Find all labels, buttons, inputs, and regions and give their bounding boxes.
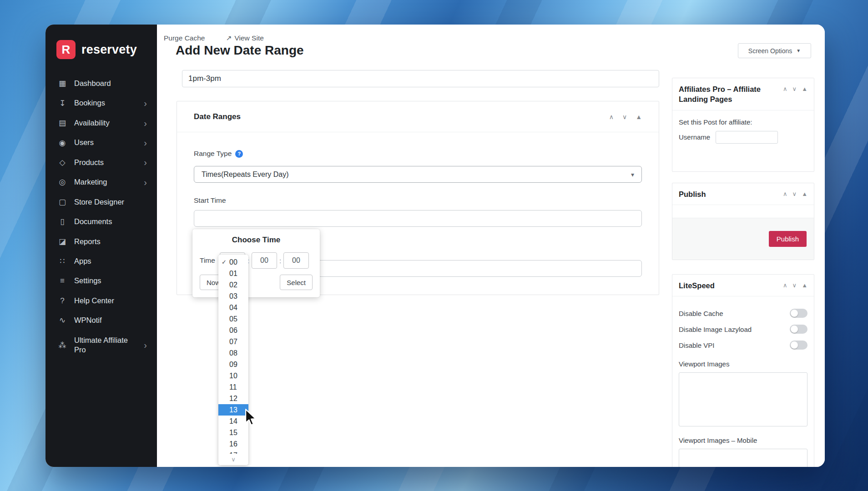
hour-option-label: 12 bbox=[229, 395, 237, 403]
order-down-icon[interactable]: ∨ bbox=[792, 282, 797, 291]
metabox-title: Date Ranges bbox=[194, 112, 241, 121]
settings-icon: ≡ bbox=[57, 276, 67, 286]
hour-option-05[interactable]: 05 bbox=[218, 313, 248, 325]
sidebar-item-help-center[interactable]: ? Help Center › bbox=[45, 291, 157, 311]
chevron-right-icon: › bbox=[144, 99, 147, 108]
sidebar-item-marketing[interactable]: ◎ Marketing › bbox=[45, 172, 157, 192]
hour-option-15[interactable]: 15 bbox=[218, 427, 248, 438]
minute-field[interactable]: 00 bbox=[252, 252, 277, 269]
hour-option-07[interactable]: 07 bbox=[218, 336, 248, 347]
documents-icon: ▯ bbox=[57, 217, 67, 226]
order-down-icon[interactable]: ∨ bbox=[792, 85, 797, 105]
chevron-right-icon: › bbox=[144, 138, 147, 147]
screen-options-label: Screen Options bbox=[748, 47, 792, 55]
start-time-input[interactable] bbox=[194, 210, 642, 227]
external-link-icon: ↗ bbox=[226, 34, 232, 42]
sidebar-item-wpnotif[interactable]: ∿ WPNotif › bbox=[45, 311, 157, 330]
post-title-input[interactable] bbox=[182, 70, 659, 87]
hour-option-03[interactable]: 03 bbox=[218, 291, 248, 302]
toggle-switch[interactable] bbox=[790, 341, 807, 350]
sidebar-item-products[interactable]: ◇ Products › bbox=[45, 153, 157, 172]
purge-cache-link[interactable]: Purge Cache bbox=[164, 34, 205, 42]
toggle-switch[interactable] bbox=[790, 309, 807, 318]
hour-option-13[interactable]: 13 bbox=[218, 404, 248, 416]
hour-option-09[interactable]: 09 bbox=[218, 359, 248, 370]
hour-option-08[interactable]: 08 bbox=[218, 347, 248, 359]
sidebar-item-label: Bookings bbox=[74, 98, 137, 108]
major-publishing-actions: Publish bbox=[672, 218, 814, 260]
brand-name: reservety bbox=[81, 43, 137, 57]
order-down-icon[interactable]: ∨ bbox=[792, 190, 797, 199]
affiliate-username-input[interactable] bbox=[716, 131, 778, 144]
hour-option-02[interactable]: 02 bbox=[218, 279, 248, 291]
sidebar-item-users[interactable]: ◉ Users › bbox=[45, 133, 157, 152]
hour-option-10[interactable]: 10 bbox=[218, 370, 248, 381]
wpnotif-icon: ∿ bbox=[57, 316, 67, 325]
viewport-images-textarea[interactable] bbox=[679, 372, 807, 426]
litespeed-panel: LiteSpeed ∧ ∨ ▲ Disable Cache bbox=[672, 274, 814, 467]
affiliates-panel: Affiliates Pro – Affiliate Landing Pages… bbox=[672, 78, 814, 172]
second-field[interactable]: 00 bbox=[283, 252, 309, 269]
sidebar-item-settings[interactable]: ≡ Settings › bbox=[45, 271, 157, 291]
hour-option-00[interactable]: 00 bbox=[218, 256, 248, 268]
sidebar-item-label: WPNotif bbox=[74, 316, 147, 325]
chevron-right-icon: › bbox=[144, 119, 147, 128]
chevron-right-icon: › bbox=[144, 158, 147, 167]
hour-option-label: 10 bbox=[229, 372, 237, 380]
collapse-panel-icon[interactable]: ▲ bbox=[802, 85, 807, 105]
time-picker-title: Choose Time bbox=[192, 235, 320, 245]
panel-controls: ∧ ∨ ▲ bbox=[783, 281, 807, 291]
hour-option-14[interactable]: 14 bbox=[218, 416, 248, 427]
sidebar-item-store-designer[interactable]: ▢ Store Designer › bbox=[45, 192, 157, 212]
hour-option-label: 15 bbox=[229, 429, 237, 437]
toggle-switch[interactable] bbox=[790, 325, 807, 334]
screen-options-button[interactable]: Screen Options ▼ bbox=[738, 43, 811, 58]
hour-option-11[interactable]: 11 bbox=[218, 381, 248, 393]
brand-logo[interactable]: R reservety bbox=[45, 40, 157, 59]
sidebar-item-label: Dashboard bbox=[74, 79, 147, 88]
collapse-panel-icon[interactable]: ▲ bbox=[802, 282, 807, 291]
order-up-icon[interactable]: ∧ bbox=[609, 113, 614, 120]
store-designer-icon: ▢ bbox=[57, 197, 67, 207]
sidebar-item-label: Documents bbox=[74, 217, 147, 226]
hour-option-label: 11 bbox=[229, 383, 237, 391]
time-picker-buttons: Now Select bbox=[200, 275, 313, 290]
sidebar-item-ultimate-affiliate-pro[interactable]: ⁂ Ultimate Affiliate Pro › bbox=[45, 331, 157, 360]
collapse-panel-icon[interactable]: ▲ bbox=[802, 190, 807, 199]
availability-icon: ▤ bbox=[57, 118, 67, 128]
toggle-label: Disable Cache bbox=[679, 310, 723, 317]
sidebar-menu: ▦ Dashboard › ↧ Bookings › ▤ Availabilit… bbox=[45, 74, 157, 360]
hour-option-label: 04 bbox=[229, 304, 237, 312]
help-icon[interactable]: ? bbox=[235, 150, 243, 158]
select-button[interactable]: Select bbox=[280, 275, 313, 290]
sidebar-item-dashboard[interactable]: ▦ Dashboard › bbox=[45, 74, 157, 93]
sidebar-item-label: Help Center bbox=[74, 296, 147, 306]
set-post-label: Set this Post for affiliate: bbox=[679, 118, 807, 126]
sidebar-item-documents[interactable]: ▯ Documents › bbox=[45, 212, 157, 231]
range-type-label-row: Range Type ? bbox=[194, 150, 642, 158]
hour-option-16[interactable]: 16 bbox=[218, 438, 248, 450]
sidebar-item-bookings[interactable]: ↧ Bookings › bbox=[45, 93, 157, 113]
sidebar-item-reports[interactable]: ◪ Reports › bbox=[45, 232, 157, 251]
collapse-panel-icon[interactable]: ▲ bbox=[636, 113, 642, 120]
hour-option-label: 08 bbox=[229, 349, 237, 357]
time-separator: : bbox=[277, 257, 283, 265]
order-up-icon[interactable]: ∧ bbox=[783, 85, 787, 105]
order-up-icon[interactable]: ∧ bbox=[783, 190, 787, 199]
hour-option-06[interactable]: 06 bbox=[218, 325, 248, 336]
publish-button[interactable]: Publish bbox=[769, 231, 807, 247]
order-up-icon[interactable]: ∧ bbox=[783, 282, 787, 291]
sidebar-item-label: Marketing bbox=[74, 177, 137, 187]
sidebar-item-apps[interactable]: ∷ Apps › bbox=[45, 251, 157, 271]
hour-option-01[interactable]: 01 bbox=[218, 268, 248, 279]
scroll-down-indicator[interactable]: ∨ bbox=[218, 454, 248, 465]
range-type-select[interactable]: Times(Repeats Every Day) ▾ bbox=[194, 166, 642, 183]
view-site-link[interactable]: ↗ View Site bbox=[226, 34, 263, 42]
hour-option-04[interactable]: 04 bbox=[218, 302, 248, 313]
viewport-images-mobile-textarea[interactable] bbox=[679, 449, 807, 467]
hour-option-12[interactable]: 12 bbox=[218, 393, 248, 404]
range-type-value: Times(Repeats Every Day) bbox=[202, 170, 288, 179]
sidebar-item-availability[interactable]: ▤ Availability › bbox=[45, 113, 157, 133]
hour-option-label: 06 bbox=[229, 326, 237, 335]
order-down-icon[interactable]: ∨ bbox=[622, 113, 627, 120]
